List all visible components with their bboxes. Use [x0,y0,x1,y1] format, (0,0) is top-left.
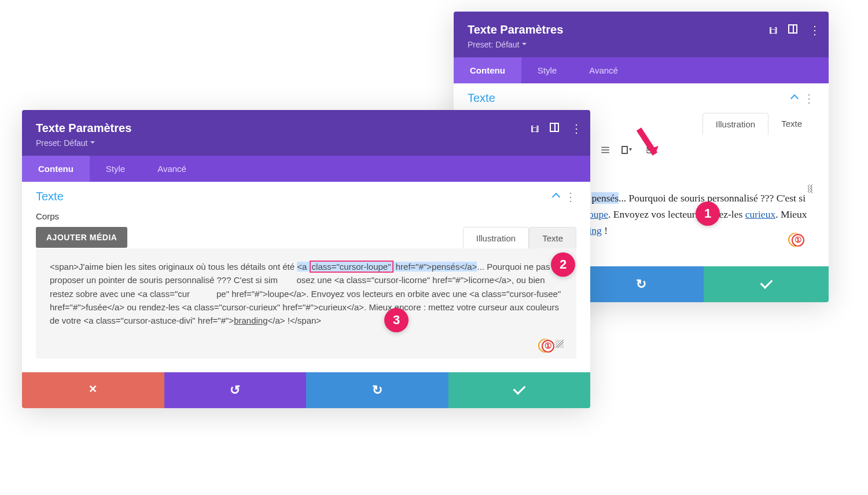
section-title: Texte [468,91,495,105]
panel-header: Texte Paramètres Preset: Défaut [□] ⋮ [22,110,590,156]
preset-selector[interactable]: Preset: Défaut [468,40,815,49]
align-justify-icon[interactable] [599,145,611,155]
more-icon[interactable]: ⋮ [571,122,582,135]
step-one-small-icon: ① [542,340,554,353]
tab-advanced[interactable]: Avancé [573,57,634,83]
editor-body: Corps AJOUTER MÉDIA Illustration Texte <… [22,206,590,372]
red-arrow-icon [633,126,662,163]
main-tabs: Contenu Style Avancé [454,57,829,83]
section-header: Texte ⋮ [454,83,829,107]
caret-down-icon [520,40,527,49]
section-title: Texte [36,190,64,203]
link-curieux[interactable]: curieux [745,208,775,220]
save-button[interactable] [704,266,829,302]
resize-handle-icon[interactable] [556,340,564,348]
focus-icon[interactable]: [□] [530,123,538,134]
preset-label: Preset: Défaut [36,138,88,148]
focus-icon[interactable]: [□] [768,25,777,35]
more-icon[interactable]: ⋮ [809,23,821,37]
tab-content[interactable]: Contenu [454,57,521,83]
action-bar [22,372,590,408]
preset-label: Preset: Défaut [468,40,520,49]
editor-mode-tabs: Illustration Texte [703,113,815,135]
annotation-badge-2: 2 [551,252,575,277]
redo-button[interactable] [306,372,448,408]
section-more-icon[interactable]: ⋮ [803,93,815,104]
highlighted-class: class="cursor-loupe" [310,261,393,273]
caret-down-icon [88,138,95,148]
add-media-button[interactable]: AJOUTER MÉDIA [36,227,127,248]
collapse-icon[interactable] [792,93,797,104]
tab-advanced[interactable]: Avancé [141,156,203,182]
save-button[interactable] [448,372,591,408]
collapse-icon[interactable] [553,192,559,202]
tab-content[interactable]: Contenu [22,156,90,182]
split-view-icon[interactable] [788,24,797,36]
inline-widget-icon[interactable]: ⧛ [804,181,815,197]
redo-button[interactable] [579,266,704,302]
tab-text[interactable]: Texte [768,113,815,135]
code-textarea[interactable]: <span>J'aime bien les sites originaux où… [36,248,576,358]
cancel-button[interactable] [22,372,164,408]
tab-style[interactable]: Style [521,57,573,83]
panel-title: Texte Paramètres [36,122,576,135]
step-one-small-icon: ① [792,234,804,247]
table-icon[interactable]: ▾ [621,146,633,154]
selected-text: pensés [591,192,619,204]
editor-mode-tabs: Illustration Texte [463,227,576,248]
panel-header: Texte Paramètres Preset: Défaut [□] ⋮ [454,12,829,57]
tab-style[interactable]: Style [90,156,141,182]
settings-panel-front: Texte Paramètres Preset: Défaut [□] ⋮ Co… [22,110,590,408]
tab-illustration[interactable]: Illustration [463,227,529,248]
main-tabs: Contenu Style Avancé [22,156,590,182]
tab-text[interactable]: Texte [529,227,576,248]
annotation-badge-1: 1 [696,201,720,226]
preset-selector[interactable]: Preset: Défaut [36,138,576,148]
section-more-icon[interactable]: ⋮ [565,191,576,203]
section-header: Texte ⋮ [22,182,590,206]
undo-button[interactable] [164,372,307,408]
annotation-badge-3: 3 [384,308,409,332]
split-view-icon[interactable] [550,123,559,134]
tab-illustration[interactable]: Illustration [703,113,768,135]
panel-title: Texte Paramètres [468,23,815,36]
body-label: Corps [36,211,576,221]
code-selection: <a class="cursor-loupe" href="#">pensés<… [297,262,477,272]
